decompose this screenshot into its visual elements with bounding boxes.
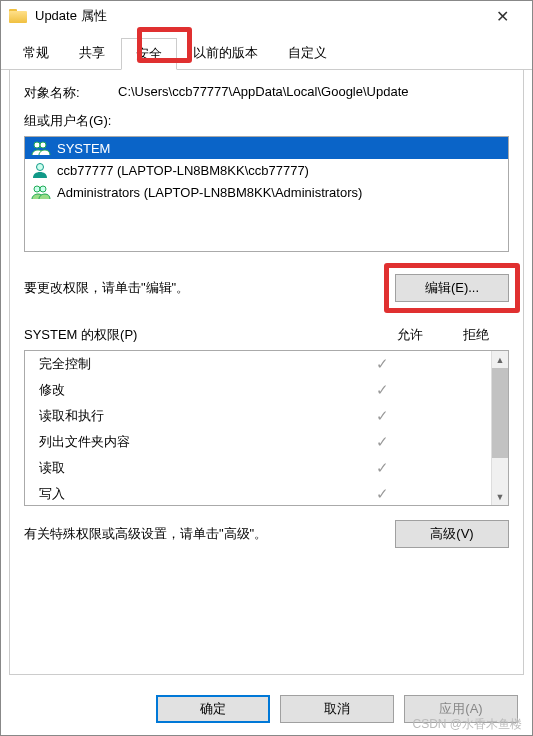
allow-check-icon: ✓ (349, 355, 415, 373)
principal-label: ccb77777 (LAPTOP-LN8BM8KK\ccb77777) (57, 163, 309, 178)
permission-row: 写入 ✓ (25, 481, 491, 505)
principal-system[interactable]: SYSTEM (25, 137, 508, 159)
advanced-button[interactable]: 高级(V) (395, 520, 509, 548)
ok-button[interactable]: 确定 (156, 695, 270, 723)
folder-icon (9, 9, 27, 23)
allow-check-icon: ✓ (349, 459, 415, 477)
apply-button[interactable]: 应用(A) (404, 695, 518, 723)
permission-row: 修改 ✓ (25, 377, 491, 403)
tab-security[interactable]: 安全 (121, 38, 177, 70)
properties-dialog: Update 属性 ✕ 常规 共享 安全 以前的版本 自定义 对象名称: C:\… (0, 0, 533, 736)
allow-check-icon: ✓ (349, 433, 415, 451)
cancel-button[interactable]: 取消 (280, 695, 394, 723)
permissions-scrollbar[interactable]: ▲ ▼ (491, 351, 508, 505)
permission-row: 读取 ✓ (25, 455, 491, 481)
edit-button[interactable]: 编辑(E)... (395, 274, 509, 302)
allow-check-icon: ✓ (349, 485, 415, 503)
principal-label: SYSTEM (57, 141, 110, 156)
permission-row: 完全控制 ✓ (25, 351, 491, 377)
svg-point-1 (40, 142, 46, 148)
principal-administrators[interactable]: Administrators (LAPTOP-LN8BM8KK\Administ… (25, 181, 508, 203)
principal-user[interactable]: ccb77777 (LAPTOP-LN8BM8KK\ccb77777) (25, 159, 508, 181)
svg-point-2 (37, 164, 44, 171)
permission-row: 列出文件夹内容 ✓ (25, 429, 491, 455)
object-name-value: C:\Users\ccb77777\AppData\Local\Google\U… (118, 84, 509, 102)
tab-strip: 常规 共享 安全 以前的版本 自定义 (1, 37, 532, 70)
object-name-label: 对象名称: (24, 84, 118, 102)
principal-label: Administrators (LAPTOP-LN8BM8KK\Administ… (57, 185, 362, 200)
advanced-hint-text: 有关特殊权限或高级设置，请单击"高级"。 (24, 525, 395, 543)
scroll-up-icon[interactable]: ▲ (492, 351, 508, 368)
tab-previous-versions[interactable]: 以前的版本 (179, 38, 272, 70)
dialog-footer: 确定 取消 应用(A) (1, 683, 532, 735)
svg-point-4 (40, 186, 46, 192)
window-title: Update 属性 (35, 7, 480, 25)
allow-check-icon: ✓ (349, 381, 415, 399)
permissions-header-allow: 允许 (377, 326, 443, 344)
permissions-header-name: SYSTEM 的权限(P) (24, 326, 377, 344)
permissions-header-deny: 拒绝 (443, 326, 509, 344)
edit-hint-text: 要更改权限，请单击"编辑"。 (24, 279, 395, 297)
tab-general[interactable]: 常规 (9, 38, 63, 70)
scroll-down-icon[interactable]: ▼ (492, 488, 508, 505)
tab-customize[interactable]: 自定义 (274, 38, 341, 70)
svg-point-3 (34, 186, 40, 192)
titlebar: Update 属性 ✕ (1, 1, 532, 31)
group-users-label: 组或用户名(G): (24, 112, 509, 130)
permission-row: 读取和执行 ✓ (25, 403, 491, 429)
user-icon (31, 162, 51, 178)
allow-check-icon: ✓ (349, 407, 415, 425)
tab-sharing[interactable]: 共享 (65, 38, 119, 70)
scroll-thumb[interactable] (492, 368, 508, 458)
close-button[interactable]: ✕ (480, 2, 524, 30)
group-icon (31, 140, 51, 156)
svg-point-0 (34, 142, 40, 148)
group-icon (31, 184, 51, 200)
permissions-listbox: 完全控制 ✓ 修改 ✓ 读取和执行 ✓ 列出文件夹内容 ✓ (24, 350, 509, 506)
principals-listbox[interactable]: SYSTEM ccb77777 (LAPTOP-LN8BM8KK\ccb7777… (24, 136, 509, 252)
security-tab-content: 对象名称: C:\Users\ccb77777\AppData\Local\Go… (9, 70, 524, 675)
